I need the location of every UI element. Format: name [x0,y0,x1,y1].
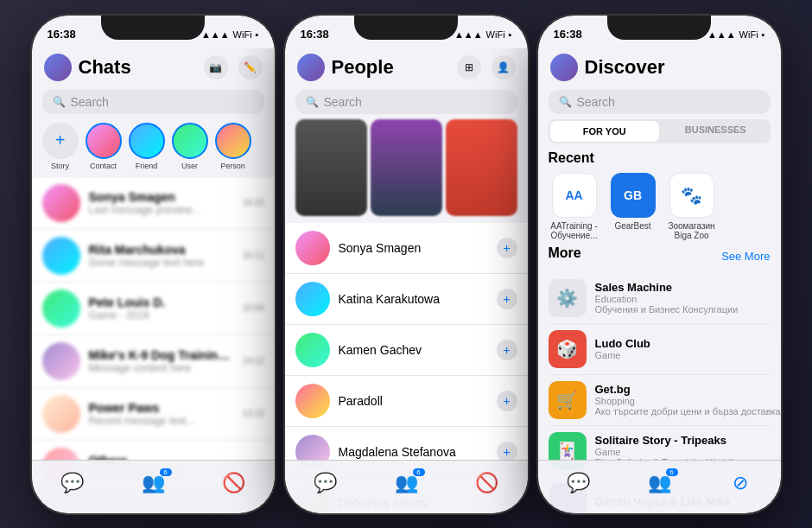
recent-icon-1: AA [552,173,597,218]
grid-icon[interactable]: ⊞ [457,55,481,80]
story-add[interactable]: + Story [42,123,79,170]
tab-people[interactable]: 👥 6 [619,472,700,494]
recent-label-3: Зоомагазин Biga Zoo [666,221,718,240]
story-circle-4 [215,123,251,159]
see-more-button[interactable]: See More [721,250,770,263]
app-info: Get.bg Shopping Ако търсите добри цени и… [595,383,781,417]
list-item[interactable]: 🛒 Get.bg Shopping Ако търсите добри цени… [549,375,771,426]
avatar [295,282,330,316]
add-person-button[interactable]: + [497,238,517,258]
tab-chats[interactable]: 💬 [538,472,619,494]
avatar [42,395,80,433]
people-name: Sonya Smagen [339,241,488,255]
header-avatar-chats[interactable] [44,54,72,81]
app-icon-sales: ⚙️ [549,279,587,317]
list-item[interactable]: GB GearBest [611,173,656,240]
chat-tab-icon: 💬 [314,472,337,494]
people-header: People ⊞ 👤 [285,48,528,86]
discover-tab-icon: ⊘ [733,472,748,494]
story-1[interactable]: Contact [86,123,122,170]
header-avatar-people[interactable] [297,54,325,81]
badge-count: 6 [413,468,425,476]
tab-chats[interactable]: 💬 [285,472,366,494]
chat-time: 14:22 [242,356,263,366]
people-name: Katina Karakutowa [339,292,488,306]
story-card-3[interactable] [446,119,517,216]
table-row[interactable]: Mike's K-9 Dog Training Health... Messag… [32,335,275,388]
add-person-button[interactable]: + [497,289,517,309]
story-circle-1 [86,123,122,159]
story-circle-2 [129,123,165,159]
tab-people-active[interactable]: 👥 6 [365,472,447,494]
chat-preview: Last message preview... [89,204,234,216]
recent-icon-3: 🐾 [669,173,714,218]
story-4[interactable]: Person [215,123,251,170]
list-item[interactable]: Katina Karakutowa + [285,274,528,325]
story-3[interactable]: User [172,123,208,170]
chats-search-bar[interactable]: 🔍 Search [42,90,264,114]
avatar [42,237,80,275]
signal-icon: ▲▲▲ [201,29,230,40]
story-card-1[interactable] [295,119,367,216]
table-row[interactable]: Rita Marchukova Some message text here 1… [32,230,275,283]
tab-discover[interactable]: 🚫 [193,472,275,494]
story-add-label: Story [51,162,69,170]
tab-businesses[interactable]: BUSINESSES [661,119,771,143]
discover-search-bar[interactable]: 🔍 Search [549,90,771,114]
list-item[interactable]: 🐾 Зоомагазин Biga Zoo [666,173,718,240]
tab-people[interactable]: 👥 6 [112,472,193,494]
people-name: Paradoll [339,394,488,408]
app-info: Ludo Club Game [595,337,771,360]
tab-chats[interactable]: 💬 [32,472,113,494]
add-person-button[interactable]: + [497,340,517,360]
app-category: Game [595,447,771,457]
list-item[interactable]: ⚙️ Sales Machine Education Обучения и Би… [549,273,771,324]
app-name: Solitaire Story - Tripeaks [595,434,771,447]
recent-section: Recent AA AATraining - Обучение... GB Ge… [538,150,781,245]
phone-discover: 16:38 ▲▲▲ WiFi ▪ Discover 🔍 Search FOR Y… [536,14,783,515]
list-item[interactable]: Kamen Gachev + [285,325,528,376]
chat-list: Sonya Smagen Last message preview... 16:… [32,177,275,493]
story-2[interactable]: Friend [129,123,165,170]
battery-icon: ▪ [762,29,765,40]
avatar [42,342,80,380]
discover-header: Discover [538,48,781,86]
table-row[interactable]: Pete Louis D. Game - 2019 15:54 [32,283,275,335]
table-row[interactable]: Sonya Smagen Last message preview... 16:… [32,177,275,230]
add-person-button[interactable]: + [497,391,517,411]
table-row[interactable]: Power Paws Recent message text... 13:10 [32,388,275,441]
compose-icon[interactable]: ✏️ [238,55,263,80]
stories-row: + Story Contact Friend User Person [32,119,275,177]
chat-preview: Message content here [89,362,234,374]
tab-for-you[interactable]: FOR YOU [550,121,660,142]
tab-bar-people: 💬 👥 6 🚫 [285,460,528,513]
phone-people-screen: 16:38 ▲▲▲ WiFi ▪ People ⊞ 👤 🔍 Search [285,16,528,513]
app-category: Shopping [595,396,781,406]
list-item[interactable]: 🎲 Ludo Club Game [549,324,771,375]
chats-header-icons: 📷 ✏️ [204,55,263,80]
people-stories [285,119,528,223]
status-icons-chats: ▲▲▲ WiFi ▪ [201,29,259,40]
avatar [295,384,330,418]
tab-badge-people: 👥 6 [142,472,165,494]
camera-icon[interactable]: 📷 [204,55,228,80]
recent-row: AA AATraining - Обучение... GB GearBest … [549,173,771,240]
tab-discover[interactable]: 🚫 [447,472,528,494]
story-card-2[interactable] [371,119,442,216]
people-search-bar[interactable]: 🔍 Search [295,90,517,114]
add-person-icon[interactable]: 👤 [492,55,516,80]
tab-discover-active[interactable]: ⊘ [700,472,781,494]
list-item[interactable]: Sonya Smagen + [285,223,528,274]
chat-name: Sonya Smagen [89,190,234,204]
list-item[interactable]: AA AATraining - Обучение... [549,173,600,240]
list-item[interactable]: Paradoll + [285,376,528,427]
search-icon-discover: 🔍 [559,96,572,108]
phone-chats-screen: 16:38 ▲▲▲ WiFi ▪ Chats 📷 ✏️ 🔍 Search [32,16,275,513]
story-add-circle[interactable]: + [42,123,79,159]
phone-chats: 16:38 ▲▲▲ WiFi ▪ Chats 📷 ✏️ 🔍 Search [30,14,276,515]
people-name: Magdalena Stefanova [339,445,488,459]
chat-info: Pete Louis D. Game - 2019 [89,296,234,321]
header-avatar-discover[interactable] [550,54,578,81]
discover-search-text: Search [577,95,615,109]
app-desc: Обучения и Бизнес Консулгации [595,304,771,315]
